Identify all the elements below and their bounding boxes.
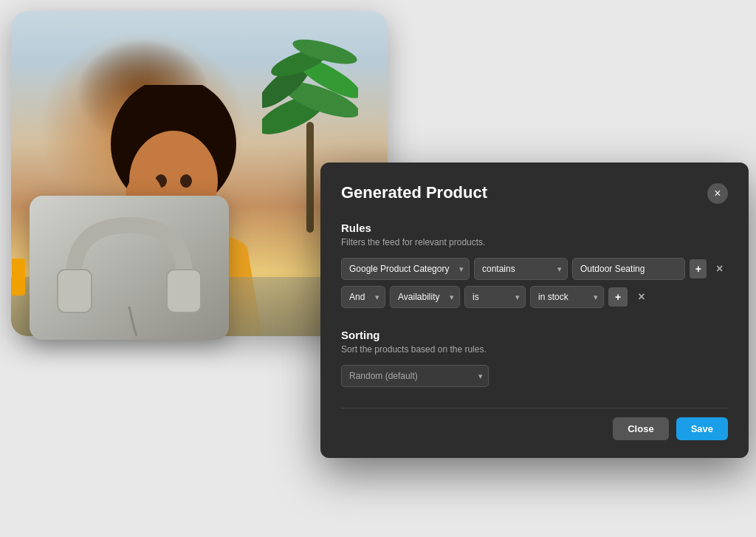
modal-footer: Close Save bbox=[341, 408, 728, 440]
rule2-connector-select[interactable]: And Or bbox=[341, 286, 385, 308]
sorting-section-title: Sorting bbox=[341, 329, 728, 341]
sorting-select[interactable]: Random (default) Price: Low to High Pric… bbox=[341, 365, 489, 387]
footer-close-button[interactable]: Close bbox=[613, 417, 668, 440]
rule1-field2-wrapper: contains is is not does not contain bbox=[474, 258, 568, 280]
rule2-field1-wrapper: Availability Title Brand Price bbox=[390, 286, 460, 308]
modal-overlay: Generated Product × Rules Filters the fe… bbox=[0, 0, 756, 537]
rule2-field3-select[interactable]: in stock out of stock preorder bbox=[530, 286, 604, 308]
rule1-field2-select[interactable]: contains is is not does not contain bbox=[474, 258, 568, 280]
rule1-field1-select[interactable]: Google Product Category Title Brand Pric… bbox=[341, 258, 470, 280]
sorting-select-wrapper: Random (default) Price: Low to High Pric… bbox=[341, 365, 489, 387]
rule2-connector-wrapper: And Or bbox=[341, 286, 385, 308]
modal-close-button[interactable]: × bbox=[707, 183, 728, 204]
rule1-field3-input[interactable] bbox=[572, 258, 685, 280]
modal-header: Generated Product × bbox=[341, 183, 728, 204]
rule2-field2-select[interactable]: is is not contains bbox=[464, 286, 526, 308]
sorting-section-desc: Sort the products based on the rules. bbox=[341, 344, 728, 355]
rule2-remove-button[interactable]: × bbox=[632, 287, 651, 307]
rule1-remove-button[interactable]: × bbox=[711, 259, 728, 278]
rule-row-2: And Or Availability Title Brand Price is bbox=[341, 286, 728, 308]
modal-title: Generated Product bbox=[341, 183, 487, 202]
rules-section-desc: Filters the feed for relevant products. bbox=[341, 237, 728, 247]
rule1-add-button[interactable]: + bbox=[690, 259, 707, 278]
rule-row-1: Google Product Category Title Brand Pric… bbox=[341, 258, 728, 280]
rules-section: Rules Filters the feed for relevant prod… bbox=[341, 222, 728, 308]
rule2-field3-wrapper: in stock out of stock preorder bbox=[530, 286, 604, 308]
rule2-field2-wrapper: is is not contains bbox=[464, 286, 526, 308]
rules-section-title: Rules bbox=[341, 222, 728, 234]
sorting-section: Sorting Sort the products based on the r… bbox=[341, 329, 728, 387]
rule1-field1-wrapper: Google Product Category Title Brand Pric… bbox=[341, 258, 470, 280]
rule2-field1-select[interactable]: Availability Title Brand Price bbox=[390, 286, 460, 308]
generated-product-modal: Generated Product × Rules Filters the fe… bbox=[320, 163, 749, 458]
footer-save-button[interactable]: Save bbox=[676, 417, 728, 440]
rule2-add-button[interactable]: + bbox=[608, 287, 628, 307]
